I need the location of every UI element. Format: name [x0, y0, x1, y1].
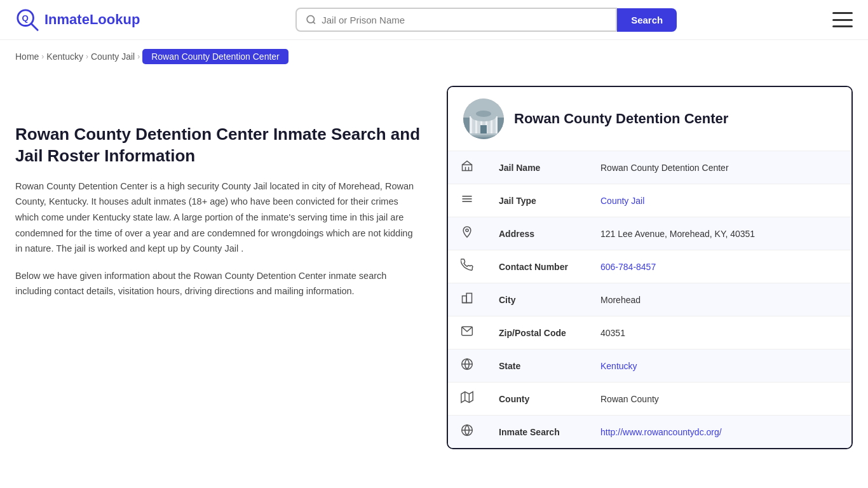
svg-line-2 — [32, 24, 38, 30]
breadcrumb: Home › Kentucky › County Jail › Rowan Co… — [0, 40, 868, 73]
breadcrumb-kentucky[interactable]: Kentucky — [46, 51, 83, 62]
breadcrumb-county-jail[interactable]: County Jail — [91, 51, 135, 62]
search-input[interactable] — [322, 15, 607, 25]
table-label: Contact Number — [486, 250, 588, 283]
table-row: Contact Number 606-784-8457 — [448, 250, 851, 283]
svg-rect-18 — [463, 165, 472, 170]
logo[interactable]: Q InmateLookup — [15, 8, 140, 32]
table-label: Inmate Search — [486, 416, 588, 449]
svg-rect-26 — [466, 294, 471, 303]
svg-line-4 — [313, 22, 315, 24]
jail-avatar — [463, 98, 504, 139]
table-value: Morehead — [588, 283, 851, 316]
table-value[interactable]: County Jail — [588, 184, 851, 217]
logo-text: InmateLookup — [44, 11, 140, 28]
table-value: Rowan County Detention Center — [588, 151, 851, 184]
info-card-title: Rowan County Detention Center — [514, 111, 728, 127]
table-label: City — [486, 283, 588, 316]
table-icon — [448, 283, 486, 316]
table-row: Inmate Search http://www.rowancountydc.o… — [448, 416, 851, 449]
table-value[interactable]: 606-784-8457 — [588, 250, 851, 283]
table-row: State Kentucky — [448, 349, 851, 383]
table-value: Rowan County — [588, 383, 851, 416]
table-label: State — [486, 349, 588, 383]
hamburger-line — [832, 25, 853, 27]
table-row: City Morehead — [448, 283, 851, 316]
table-label: Jail Type — [486, 184, 588, 217]
table-cell-value: Morehead — [600, 295, 641, 305]
right-column: Rowan County Detention Center Jail Name … — [447, 86, 853, 449]
search-input-wrapper — [295, 8, 617, 32]
table-icon — [448, 416, 486, 449]
svg-rect-15 — [480, 125, 487, 134]
breadcrumb-sep: › — [137, 52, 140, 61]
table-value[interactable]: Kentucky — [588, 349, 851, 383]
breadcrumb-sep: › — [86, 52, 88, 61]
table-icon — [448, 151, 486, 184]
table-cell-link[interactable]: Kentucky — [600, 361, 637, 371]
table-cell-link[interactable]: http://www.rowancountydc.org/ — [600, 427, 722, 437]
svg-point-24 — [466, 229, 468, 231]
table-row: Address 121 Lee Avenue, Morehead, KY, 40… — [448, 217, 851, 250]
table-icon — [448, 217, 486, 250]
table-cell-value: Rowan County Detention Center — [600, 163, 729, 173]
table-row: Jail Type County Jail — [448, 184, 851, 217]
svg-point-14 — [476, 111, 491, 117]
svg-rect-25 — [463, 296, 467, 303]
table-cell-value: 121 Lee Avenue, Morehead, KY, 40351 — [600, 229, 755, 239]
table-cell-value: 40351 — [600, 328, 625, 338]
info-table: Jail Name Rowan County Detention Center … — [448, 151, 851, 448]
search-button[interactable]: Search — [617, 8, 677, 32]
table-label: County — [486, 383, 588, 416]
info-card-header: Rowan County Detention Center — [448, 87, 851, 151]
svg-marker-31 — [461, 392, 473, 403]
page-description-1: Rowan County Detention Center is a high … — [15, 179, 421, 257]
table-row: County Rowan County — [448, 383, 851, 416]
table-row: Zip/Postal Code 40351 — [448, 316, 851, 349]
page-title: Rowan County Detention Center Inmate Sea… — [15, 124, 421, 167]
main-content: Rowan County Detention Center Inmate Sea… — [0, 73, 868, 475]
search-bar: Search — [295, 8, 677, 32]
svg-rect-17 — [467, 135, 500, 137]
table-value: 40351 — [588, 316, 851, 349]
table-cell-link[interactable]: County Jail — [600, 196, 644, 206]
logo-icon: Q — [15, 8, 39, 32]
table-label: Address — [486, 217, 588, 250]
table-icon — [448, 349, 486, 383]
table-icon — [448, 250, 486, 283]
table-label: Zip/Postal Code — [486, 316, 588, 349]
breadcrumb-current: Rowan County Detention Center — [142, 49, 288, 64]
menu-button[interactable] — [832, 12, 853, 27]
table-icon — [448, 184, 486, 217]
svg-point-3 — [307, 16, 314, 23]
table-value[interactable]: http://www.rowancountydc.org/ — [588, 416, 851, 449]
svg-rect-16 — [468, 133, 499, 135]
svg-text:Q: Q — [22, 13, 28, 23]
page-description-2: Below we have given information about th… — [15, 268, 421, 299]
table-icon — [448, 383, 486, 416]
table-label: Jail Name — [486, 151, 588, 184]
search-icon — [306, 14, 316, 25]
hamburger-line — [832, 19, 853, 21]
breadcrumb-sep: › — [41, 52, 44, 61]
table-cell-link[interactable]: 606-784-8457 — [600, 262, 656, 272]
breadcrumb-home[interactable]: Home — [15, 51, 39, 62]
table-value: 121 Lee Avenue, Morehead, KY, 40351 — [588, 217, 851, 250]
table-row: Jail Name Rowan County Detention Center — [448, 151, 851, 184]
table-icon — [448, 316, 486, 349]
info-card: Rowan County Detention Center Jail Name … — [447, 86, 853, 449]
left-column: Rowan County Detention Center Inmate Sea… — [15, 86, 421, 449]
header: Q InmateLookup Search — [0, 0, 868, 40]
hamburger-line — [832, 12, 853, 14]
table-cell-value: Rowan County — [600, 394, 659, 404]
